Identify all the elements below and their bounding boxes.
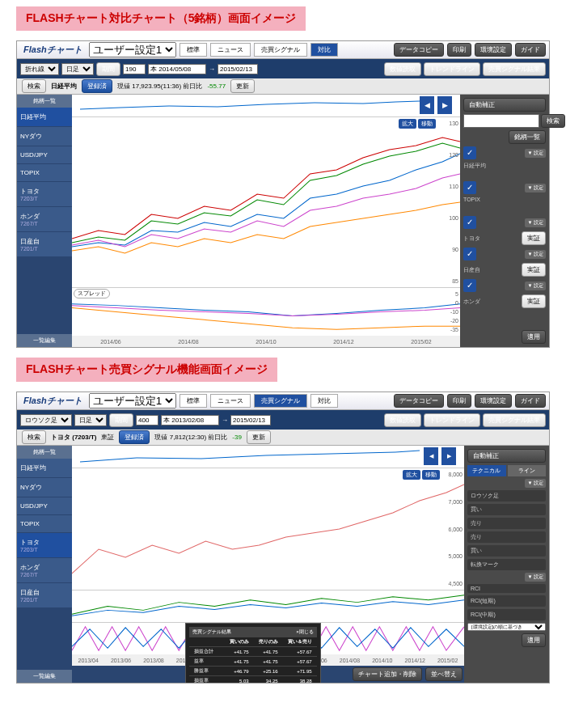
tab-news[interactable]: ニュース bbox=[210, 43, 251, 57]
period-select[interactable]: 日足 bbox=[61, 63, 94, 75]
sub-chart-spread[interactable]: スプレッド 50-10-20-35 bbox=[72, 287, 460, 336]
btn-signalresult[interactable]: 売買シグナル結果 bbox=[483, 413, 546, 427]
sidebar-item-usdjpy[interactable]: USD/JPY bbox=[17, 497, 72, 515]
update-btn[interactable]: 更新 bbox=[247, 430, 271, 444]
verify-btn[interactable]: 実証 bbox=[522, 294, 546, 308]
env-order-select[interactable]: [環境設定]の順に基づき bbox=[467, 623, 546, 631]
tab-signal[interactable]: 売買シグナル bbox=[254, 394, 307, 408]
date-from-input[interactable] bbox=[148, 64, 206, 74]
sidebar-item-nydow[interactable]: NYダウ bbox=[17, 478, 72, 497]
sort-btn[interactable]: 並べ替え bbox=[425, 667, 463, 681]
sidebar-footer[interactable]: 一覧編集 bbox=[17, 334, 72, 347]
chart-type-select[interactable]: 折れ線 bbox=[20, 63, 59, 75]
verify-btn[interactable]: 実証 bbox=[522, 263, 546, 277]
sidebar-item-topix[interactable]: TOPIX bbox=[17, 164, 72, 182]
btn-guide[interactable]: ガイド bbox=[515, 43, 546, 57]
tab-compare[interactable]: 対比 bbox=[310, 394, 338, 408]
sidebar-item-nikkei[interactable]: 日経平均 bbox=[17, 459, 72, 478]
chart-add-remove-btn[interactable]: チャート追加・削除 bbox=[353, 667, 422, 681]
update-btn[interactable]: 更新 bbox=[230, 79, 255, 93]
user-setting-select[interactable]: ユーザー設定1 bbox=[89, 42, 176, 57]
settings-btn[interactable]: ▼ 設定 bbox=[525, 218, 546, 227]
user-setting-select[interactable]: ユーザー設定1 bbox=[89, 393, 176, 408]
sidebar-item-honda[interactable]: ホンダ7267/T bbox=[17, 558, 72, 583]
check-icon[interactable]: ✓ bbox=[463, 216, 476, 229]
btn-print[interactable]: 印刷 bbox=[447, 394, 471, 408]
nav-left-icon[interactable]: ◀ bbox=[420, 96, 434, 114]
btn-readvalue[interactable]: 数値読取 bbox=[384, 413, 421, 427]
btn-signalresult[interactable]: 売買シグナル結果 bbox=[483, 62, 546, 76]
settings-btn[interactable]: ▼ 設定 bbox=[525, 250, 546, 259]
rp-list-btn[interactable]: 銘柄一覧 bbox=[509, 130, 546, 144]
search-btn[interactable]: 検索 bbox=[22, 430, 46, 444]
tab-signal[interactable]: 売買シグナル bbox=[254, 43, 307, 57]
count-input[interactable] bbox=[123, 64, 146, 74]
main-chart2[interactable]: 拡大移動 8,0007,0006,0005,0004,500 bbox=[72, 468, 464, 590]
period-select[interactable]: 日足 bbox=[74, 414, 107, 426]
chart-type-select[interactable]: ロウソク足 bbox=[20, 414, 72, 426]
btn-readvalue[interactable]: 数値読取 bbox=[384, 62, 421, 76]
registered-badge[interactable]: 登録済 bbox=[82, 79, 112, 93]
rp2-rci-m[interactable]: RCI(中期) bbox=[467, 609, 546, 620]
nav-right-icon[interactable]: ▶ bbox=[437, 96, 452, 114]
settings-btn[interactable]: ▼ 設定 bbox=[525, 184, 546, 193]
sidebar-item-topix[interactable]: TOPIX bbox=[17, 515, 72, 533]
apply-btn[interactable]: 適用 bbox=[522, 330, 546, 344]
btn-datacopy[interactable]: データコピー bbox=[394, 394, 444, 408]
rp2-sell[interactable]: 売り bbox=[467, 518, 546, 529]
main-chart[interactable]: 拡大移動 1301201101009085 bbox=[72, 117, 460, 287]
btn-env[interactable]: 環境設定 bbox=[475, 394, 512, 408]
tab-technical[interactable]: テクニカル bbox=[467, 465, 506, 476]
sidebar-item-usdjpy[interactable]: USD/JPY bbox=[17, 146, 72, 164]
close-icon[interactable]: ×閉じる bbox=[296, 629, 314, 636]
rp2-rci[interactable]: RCI bbox=[467, 584, 546, 593]
btn-trendline[interactable]: トレンドライン bbox=[424, 62, 480, 76]
interval-btn[interactable]: 期間 bbox=[96, 62, 120, 76]
check-icon[interactable]: ✓ bbox=[463, 146, 476, 159]
nav-right-icon[interactable]: ▶ bbox=[441, 447, 456, 465]
interval-btn[interactable]: 期間 bbox=[109, 413, 133, 427]
auto-correct-btn[interactable]: 自動補正 bbox=[463, 98, 546, 112]
sidebar-item-honda[interactable]: ホンダ7267/T bbox=[17, 207, 72, 232]
search-btn[interactable]: 検索 bbox=[22, 79, 46, 93]
btn-guide[interactable]: ガイド bbox=[515, 394, 546, 408]
btn-datacopy[interactable]: データコピー bbox=[394, 43, 444, 57]
rp2-rci-s[interactable]: RCI(短期) bbox=[467, 595, 546, 607]
sidebar-item-nissan[interactable]: 日産自7201/T bbox=[17, 583, 72, 608]
tab-line[interactable]: ライン bbox=[508, 465, 547, 476]
rp2-buy2[interactable]: 買い bbox=[467, 545, 546, 557]
count-input[interactable] bbox=[136, 415, 158, 425]
tab-news[interactable]: ニュース bbox=[210, 394, 251, 408]
apply-btn[interactable]: 適用 bbox=[522, 633, 546, 647]
btn-print[interactable]: 印刷 bbox=[447, 43, 471, 57]
rp-search-btn[interactable]: 検索 bbox=[541, 114, 565, 128]
rp2-marker[interactable]: 転換マーク bbox=[467, 559, 546, 570]
date-to-input[interactable] bbox=[230, 415, 271, 425]
tab-compare[interactable]: 対比 bbox=[310, 43, 338, 57]
verify-btn[interactable]: 実証 bbox=[522, 231, 546, 245]
registered-badge[interactable]: 登録済 bbox=[119, 430, 150, 444]
auto-correct-btn[interactable]: 自動補正 bbox=[467, 449, 546, 463]
sidebar-item-toyota[interactable]: トヨタ7203/T bbox=[17, 533, 72, 558]
check-icon[interactable]: ✓ bbox=[463, 279, 476, 292]
rp2-sell2[interactable]: 売り bbox=[467, 531, 546, 543]
rp-search-input[interactable] bbox=[463, 114, 539, 128]
sidebar-item-nydow[interactable]: NYダウ bbox=[17, 127, 72, 146]
sub-chart-signal[interactable]: 売買シグナル結果×閉じる 買いのみ売りのみ買い＆売り損益合計+41.75+41.… bbox=[72, 590, 464, 622]
tab-standard[interactable]: 標準 bbox=[180, 394, 207, 408]
settings-btn[interactable]: ▼ 設定 bbox=[525, 573, 546, 582]
tab-standard[interactable]: 標準 bbox=[180, 43, 207, 57]
sidebar-item-nikkei[interactable]: 日経平均 bbox=[17, 108, 72, 127]
check-icon[interactable]: ✓ bbox=[463, 248, 476, 260]
date-to-input[interactable] bbox=[218, 64, 258, 74]
date-from-input[interactable] bbox=[161, 415, 219, 425]
sidebar-item-toyota[interactable]: トヨタ7203/T bbox=[17, 182, 72, 207]
settings-btn[interactable]: ▼ 設定 bbox=[525, 149, 546, 158]
check-icon[interactable]: ✓ bbox=[463, 181, 476, 194]
rp2-candle[interactable]: ロウソク足 bbox=[467, 490, 546, 502]
nav-left-icon[interactable]: ◀ bbox=[424, 447, 438, 465]
sidebar-footer[interactable]: 一覧編集 bbox=[17, 670, 72, 683]
rp2-buy[interactable]: 買い bbox=[467, 504, 546, 515]
settings-btn[interactable]: ▼ 設定 bbox=[525, 479, 546, 488]
btn-trendline[interactable]: トレンドライン bbox=[424, 413, 480, 427]
